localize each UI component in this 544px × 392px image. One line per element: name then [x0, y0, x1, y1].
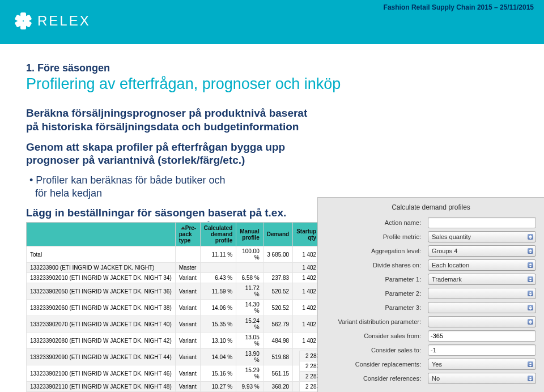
cell: Variant [175, 300, 200, 316]
header-meta: Fashion Retail Supply Chain 2015 – 25/11… [384, 3, 534, 11]
label-vdp: Variant distribution parameter: [326, 318, 428, 325]
cell: 15.29 % [236, 365, 263, 382]
cell: 3 685.00 [263, 246, 292, 263]
th-prepack[interactable]: Pre-pack type [175, 223, 200, 246]
cell: 133233902050 (ETI INGRID W JACKET DK. NI… [27, 283, 176, 300]
cell: 11.59 % [200, 283, 236, 300]
cell: 13.05 % [236, 333, 263, 349]
cell [200, 263, 236, 273]
cell: 1 402 [293, 283, 320, 300]
select-param2[interactable] [428, 288, 536, 299]
profile-table: Pre-pack type Calculated demand profile … [26, 222, 320, 392]
th-manual[interactable]: Manual profile [236, 223, 263, 246]
cell: 100.00 % [236, 246, 263, 263]
cell: 133233902080 (ETI INGRID W JACKET DK. NI… [27, 333, 176, 349]
bullet-1b: för hela kedjan [35, 188, 102, 199]
select-replacements[interactable]: Yes [428, 359, 536, 370]
table-row[interactable]: 133233902010 (ETI INGRID W JACKET DK. NI… [27, 273, 320, 283]
cell: Variant [175, 365, 200, 382]
cell: 520.52 [263, 283, 292, 300]
table-header-row: Pre-pack type Calculated demand profile … [27, 223, 320, 246]
table-row[interactable]: 133233902090 (ETI INGRID W JACKET DK. NI… [27, 349, 320, 365]
bullet-list: Profiler kan beräknas för både butiker o… [29, 174, 521, 199]
cell: Variant [175, 349, 200, 365]
cell: 1 402 [293, 246, 320, 263]
select-aggregation[interactable]: Groups 4 [428, 245, 536, 257]
calculate-panel: Calculate demand profiles Action name: P… [317, 197, 544, 392]
input-action-name[interactable] [428, 217, 536, 228]
select-divide-shares[interactable]: Each location [428, 259, 536, 271]
cell: 11.72 % [236, 283, 263, 300]
sort-icon[interactable] [179, 225, 185, 231]
cell: 237.83 [263, 273, 292, 283]
cell: 1 402 [293, 300, 320, 316]
cell: 1 402 [293, 273, 320, 283]
cell: 368.20 [263, 382, 292, 392]
cell: 11.11 % [200, 246, 236, 263]
select-variant-dist[interactable] [428, 316, 536, 327]
cell: 15.16 % [200, 365, 236, 382]
cell: 562.79 [263, 316, 292, 333]
label-repl: Consider replacements: [326, 361, 428, 368]
label-p1: Parameter 1: [326, 276, 428, 283]
heading-small: 1. Före säsongen [26, 62, 521, 74]
p2-line1: Genom att skapa profiler på efterfrågan … [26, 141, 285, 153]
select-references[interactable]: No [428, 373, 536, 384]
table-row[interactable]: 133233902100 (ETI INGRID W JACKET DK. NI… [27, 365, 320, 382]
cell: 13.10 % [200, 333, 236, 349]
bullet-1a: Profiler kan beräknas för både butiker o… [36, 174, 225, 186]
table-row[interactable]: 133233902080 (ETI INGRID W JACKET DK. NI… [27, 333, 320, 349]
table-row[interactable]: 133233902110 (ETI INGRID W JACKET DK. NI… [27, 382, 320, 392]
table-row[interactable]: 133233902070 (ETI INGRID W JACKET DK. NI… [27, 316, 320, 333]
cell: 1 402 [293, 333, 320, 349]
label-action: Action name: [326, 219, 428, 226]
panel-title: Calculate demand profiles [326, 203, 536, 211]
label-to: Consider sales to: [326, 347, 428, 353]
cell: 13.90 % [236, 349, 263, 365]
label-p3: Parameter 3: [326, 304, 428, 311]
th-calc[interactable]: Calculated demand profile [200, 223, 236, 246]
cell: 561.15 [263, 365, 292, 382]
th-demand[interactable]: Demand [263, 223, 292, 246]
cell: Variant [175, 382, 200, 392]
cell [175, 246, 200, 263]
logo-icon [15, 12, 32, 29]
cell: 14.04 % [200, 349, 236, 365]
cell: Variant [175, 316, 200, 333]
bullet-1: Profiler kan beräknas för både butiker o… [29, 174, 313, 199]
cell: Total [27, 246, 176, 263]
cell: 14.30 % [236, 300, 263, 316]
cell: 1 402 [293, 263, 320, 273]
cell: 15.24 % [236, 316, 263, 333]
label-p2: Parameter 2: [326, 290, 428, 297]
cell: Variant [175, 283, 200, 300]
select-param3[interactable] [428, 302, 536, 313]
input-sales-to[interactable] [428, 344, 536, 356]
th-startup[interactable]: Startup qty [293, 223, 320, 246]
paragraph-1: Beräkna försäljningsprognoser på produkt… [26, 106, 321, 134]
input-sales-from[interactable] [428, 330, 536, 342]
label-metric: Profile metric: [326, 233, 428, 240]
cell: 6.43 % [200, 273, 236, 283]
cell: 14.06 % [200, 300, 236, 316]
cell: 133233900 (ETI INGRID W JACKET DK. NIGHT… [27, 263, 176, 273]
select-profile-metric[interactable]: Sales quantity [428, 231, 536, 242]
cell: 133233902110 (ETI INGRID W JACKET DK. NI… [27, 382, 176, 392]
cell: 133233902010 (ETI INGRID W JACKET DK. NI… [27, 273, 176, 283]
table-row[interactable]: Total11.11 %100.00 %3 685.001 402 [27, 246, 320, 263]
table-row[interactable]: 133233902050 (ETI INGRID W JACKET DK. NI… [27, 283, 320, 300]
label-from: Consider sales from: [326, 333, 428, 339]
th-name[interactable] [27, 223, 176, 246]
cell: 519.68 [263, 349, 292, 365]
label-ref: Consider references: [326, 375, 428, 382]
logo-text: RELEX [37, 13, 91, 29]
table-row[interactable]: 133233902060 (ETI INGRID W JACKET DK. NI… [27, 300, 320, 316]
logo: RELEX [15, 12, 91, 29]
select-param1[interactable]: Trademark [428, 274, 536, 285]
cell: Variant [175, 273, 200, 283]
table-row[interactable]: 133233900 (ETI INGRID W JACKET DK. NIGHT… [27, 263, 320, 273]
cell [263, 263, 292, 273]
cell: 133233902060 (ETI INGRID W JACKET DK. NI… [27, 300, 176, 316]
p2-line2: prognoser på variantnivå (storlek/färg/e… [26, 154, 245, 166]
cell: 15.35 % [200, 316, 236, 333]
